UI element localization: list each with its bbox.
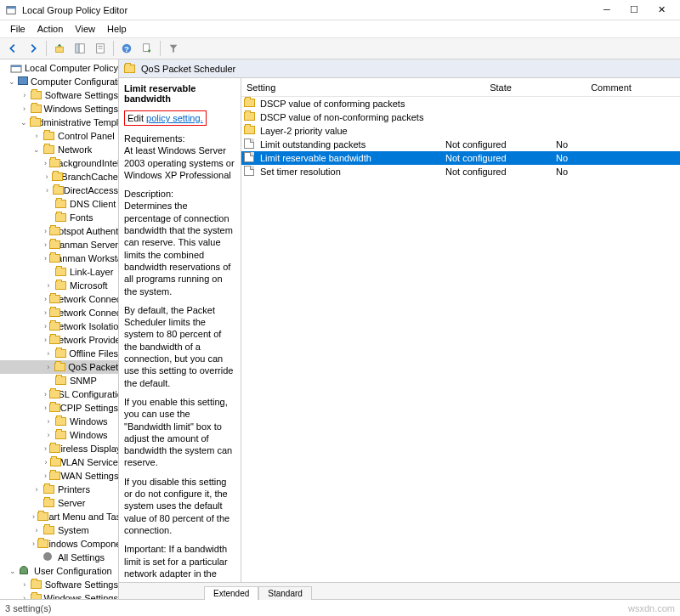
filter-button[interactable]: [164, 39, 183, 58]
tree-item[interactable]: ›Start Menu and Taskbar: [0, 510, 118, 523]
menu-bar: File Action View Help: [0, 20, 680, 37]
tree-item[interactable]: Server: [0, 496, 118, 510]
tree-item[interactable]: ›Printers: [0, 483, 118, 496]
tree-item[interactable]: ›Network Provider: [0, 333, 118, 347]
row-state: Not configured: [445, 167, 556, 177]
col-setting[interactable]: Setting: [241, 82, 445, 93]
tree-item[interactable]: ›Hotspot Authentication: [0, 224, 118, 238]
properties-button[interactable]: [91, 39, 110, 58]
menu-action[interactable]: Action: [32, 22, 69, 36]
tree-user-config[interactable]: ⌄User Configuration: [0, 564, 118, 578]
tree-item[interactable]: ›Wireless Display: [0, 442, 118, 455]
tree-item[interactable]: Link-Layer: [0, 265, 118, 279]
requirements-text: At least Windows Server 2003 operating s…: [124, 144, 235, 181]
tree-item[interactable]: ⌄Administrative Templates: [0, 116, 118, 129]
tree-item[interactable]: ›Control Panel: [0, 129, 118, 143]
toolbar: ?: [0, 37, 680, 59]
description-heading: Description:: [124, 188, 235, 200]
tree-item[interactable]: ›WLAN Service: [0, 455, 118, 469]
tree-item[interactable]: ›Software Settings: [0, 578, 118, 591]
row-name: DSCP value of non-conforming packets: [260, 112, 445, 122]
tree-item[interactable]: DNS Client: [0, 197, 118, 211]
col-comment[interactable]: Comment: [556, 82, 666, 93]
requirements-heading: Requirements:: [124, 133, 235, 144]
tree-item[interactable]: ⌄Network: [0, 143, 118, 156]
list-row[interactable]: DSCP value of conforming packets: [241, 97, 680, 110]
tree-root[interactable]: Local Computer Policy: [0, 61, 118, 75]
setting-icon: [244, 152, 258, 164]
breadcrumb-label: QoS Packet Scheduler: [141, 64, 235, 74]
detail-heading: Limit reservable bandwidth: [124, 83, 235, 104]
tab-strip: Extended Standard: [119, 582, 680, 599]
row-state: Not configured: [445, 139, 556, 150]
detail-pane: Limit reservable bandwidth Edit policy s…: [119, 78, 241, 582]
tree-item[interactable]: ›Lanman Server: [0, 238, 118, 251]
tab-extended[interactable]: Extended: [204, 586, 258, 600]
row-state: Not configured: [445, 153, 556, 163]
tree-computer-config[interactable]: ⌄Computer Configuration: [0, 75, 118, 88]
menu-file[interactable]: File: [5, 22, 31, 36]
tree-item[interactable]: ›Windows: [0, 428, 118, 442]
show-hide-tree-button[interactable]: [71, 39, 89, 58]
tree-item[interactable]: ›Software Settings: [0, 88, 118, 102]
setting-icon: [244, 166, 258, 178]
tree-item[interactable]: ›BackgroundIntelligent: [0, 156, 118, 170]
tree-item[interactable]: ›QoS Packet: [0, 360, 118, 374]
maximize-button[interactable]: ☐: [624, 4, 644, 15]
tree-item[interactable]: ›TCPIP Settings: [0, 401, 118, 415]
tree-item[interactable]: ›Windows Settings: [0, 591, 118, 599]
list-row[interactable]: Layer-2 priority value: [241, 124, 680, 138]
tree-item[interactable]: SNMP: [0, 374, 118, 387]
description-p4: If you disable this setting or do not co…: [124, 476, 235, 536]
back-button[interactable]: [3, 39, 22, 58]
tree-item[interactable]: ›SSL Configuration: [0, 387, 118, 401]
svg-rect-2: [56, 47, 64, 52]
tree-item[interactable]: All Settings: [0, 551, 118, 564]
export-button[interactable]: [138, 39, 156, 58]
tree-item[interactable]: ›Windows Settings: [0, 102, 118, 116]
help-button[interactable]: ?: [117, 39, 136, 58]
row-comment: No: [556, 153, 666, 163]
list-row[interactable]: Limit reservable bandwidthNot configured…: [241, 151, 680, 165]
tree-item[interactable]: ›Microsoft: [0, 279, 118, 292]
tree-item[interactable]: ›Network Connections: [0, 292, 118, 306]
list-row[interactable]: Limit outstanding packetsNot configuredN…: [241, 138, 680, 151]
settings-list: Setting State Comment DSCP value of conf…: [241, 78, 680, 582]
row-name: DSCP value of conforming packets: [260, 99, 445, 109]
list-header: Setting State Comment: [241, 78, 680, 97]
tree-pane[interactable]: Local Computer Policy ⌄Computer Configur…: [0, 59, 119, 599]
tree-item[interactable]: ›Lanman Workstation: [0, 251, 118, 265]
tree-item[interactable]: ›Network Connectivity: [0, 306, 118, 319]
list-row[interactable]: DSCP value of non-conforming packets: [241, 110, 680, 124]
tree-item[interactable]: ›System: [0, 523, 118, 537]
svg-rect-1: [7, 6, 16, 8]
svg-rect-12: [11, 65, 21, 67]
edit-policy-link[interactable]: policy setting.: [146, 113, 203, 123]
tab-standard[interactable]: Standard: [258, 586, 312, 600]
watermark: wsxdn.com: [628, 603, 675, 613]
minimize-button[interactable]: ─: [597, 4, 617, 15]
tree-item[interactable]: Fonts: [0, 211, 118, 224]
forward-button[interactable]: [24, 39, 42, 58]
setting-icon: [244, 138, 258, 150]
tree-item[interactable]: ›Network Isolation: [0, 319, 118, 333]
description-p2: By default, the Packet Scheduler limits …: [124, 304, 235, 389]
menu-help[interactable]: Help: [102, 22, 132, 36]
row-name: Limit reservable bandwidth: [260, 153, 445, 163]
svg-rect-3: [76, 44, 79, 54]
col-state[interactable]: State: [445, 82, 556, 93]
description-text: Determines the percentage of connection …: [124, 200, 235, 297]
menu-view[interactable]: View: [70, 22, 100, 36]
row-comment: No: [556, 167, 666, 177]
list-row[interactable]: Set timer resolutionNot configuredNo: [241, 165, 680, 178]
tree-item[interactable]: ›Windows Components: [0, 537, 118, 551]
tree-item[interactable]: ›BranchCache: [0, 170, 118, 184]
close-button[interactable]: ✕: [651, 4, 672, 15]
up-button[interactable]: [50, 39, 69, 58]
tree-item[interactable]: ›Windows: [0, 415, 118, 428]
app-icon: [5, 4, 17, 16]
tree-item[interactable]: ›WWAN Settings: [0, 469, 118, 483]
tree-item[interactable]: ›Offline Files: [0, 347, 118, 360]
row-comment: No: [556, 139, 666, 150]
tree-item[interactable]: ›DirectAccess: [0, 184, 118, 197]
